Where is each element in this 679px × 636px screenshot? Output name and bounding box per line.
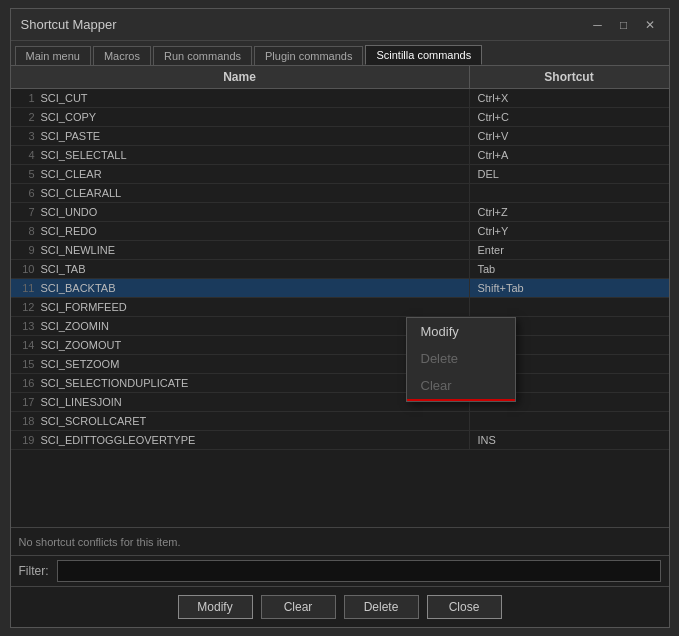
- table-row[interactable]: 3SCI_PASTECtrl+V: [11, 127, 669, 146]
- table-row[interactable]: 4SCI_SELECTALLCtrl+A: [11, 146, 669, 165]
- shortcut-cell: Ctrl+V: [469, 127, 669, 145]
- table-row[interactable]: 18SCI_SCROLLCARET: [11, 412, 669, 431]
- tab-macros[interactable]: Macros: [93, 46, 151, 65]
- tab-run-commands[interactable]: Run commands: [153, 46, 252, 65]
- shortcut-cell: [469, 298, 669, 316]
- row-number: 5: [17, 168, 35, 180]
- name-cell: 8SCI_REDO: [11, 222, 469, 240]
- name-cell: 2SCI_COPY: [11, 108, 469, 126]
- name-cell: 9SCI_NEWLINE: [11, 241, 469, 259]
- filter-input[interactable]: [57, 560, 661, 582]
- row-number: 9: [17, 244, 35, 256]
- row-number: 12: [17, 301, 35, 313]
- command-name: SCI_CLEARALL: [41, 187, 122, 199]
- shortcut-cell: Enter: [469, 241, 669, 259]
- context-item-modify[interactable]: Modify: [407, 318, 515, 345]
- shortcut-mapper-window: Shortcut Mapper ─ □ ✕ Main menu Macros R…: [10, 8, 670, 628]
- status-bar: No shortcut conflicts for this item.: [11, 527, 669, 555]
- window-title: Shortcut Mapper: [21, 17, 589, 32]
- command-name: SCI_CUT: [41, 92, 88, 104]
- name-cell: 15SCI_SETZOOM: [11, 355, 469, 373]
- tab-plugin-commands[interactable]: Plugin commands: [254, 46, 363, 65]
- command-name: SCI_SELECTIONDUPLICATE: [41, 377, 189, 389]
- tab-scintilla-commands[interactable]: Scintilla commands: [365, 45, 482, 65]
- table-row[interactable]: 12SCI_FORMFEED: [11, 298, 669, 317]
- close-window-button[interactable]: ✕: [641, 16, 659, 34]
- table-row[interactable]: 14SCI_ZOOMOUTCtrl+-: [11, 336, 669, 355]
- shortcut-cell: Ctrl+Z: [469, 203, 669, 221]
- row-number: 15: [17, 358, 35, 370]
- shortcut-cell: Shift+Tab: [469, 279, 669, 297]
- table-row[interactable]: 9SCI_NEWLINEEnter: [11, 241, 669, 260]
- tab-main-menu[interactable]: Main menu: [15, 46, 91, 65]
- table-row[interactable]: 13SCI_ZOOMINCtrl+: [11, 317, 669, 336]
- context-menu: Modify Delete Clear: [406, 317, 516, 402]
- row-number: 6: [17, 187, 35, 199]
- name-cell: 17SCI_LINESJOIN: [11, 393, 469, 411]
- table-row[interactable]: 10SCI_TABTab: [11, 260, 669, 279]
- command-name: SCI_SCROLLCARET: [41, 415, 147, 427]
- name-cell: 16SCI_SELECTIONDUPLICATE: [11, 374, 469, 392]
- shortcut-cell: Ctrl+Y: [469, 222, 669, 240]
- shortcut-cell: [469, 412, 669, 430]
- table-row[interactable]: 1SCI_CUTCtrl+X: [11, 89, 669, 108]
- row-number: 18: [17, 415, 35, 427]
- command-name: SCI_NEWLINE: [41, 244, 116, 256]
- table-body[interactable]: 1SCI_CUTCtrl+X2SCI_COPYCtrl+C3SCI_PASTEC…: [11, 89, 669, 527]
- command-name: SCI_CLEAR: [41, 168, 102, 180]
- column-header-name: Name: [11, 66, 469, 88]
- column-header-shortcut: Shortcut: [469, 66, 669, 88]
- name-cell: 19SCI_EDITTOGGLEOVERTYPE: [11, 431, 469, 449]
- row-number: 17: [17, 396, 35, 408]
- name-cell: 18SCI_SCROLLCARET: [11, 412, 469, 430]
- name-cell: 11SCI_BACKTAB: [11, 279, 469, 297]
- context-item-clear[interactable]: Clear: [407, 372, 515, 401]
- name-cell: 14SCI_ZOOMOUT: [11, 336, 469, 354]
- table-row[interactable]: 7SCI_UNDOCtrl+Z: [11, 203, 669, 222]
- table-row[interactable]: 15SCI_SETZOOM: [11, 355, 669, 374]
- table-row[interactable]: 8SCI_REDOCtrl+Y: [11, 222, 669, 241]
- command-name: SCI_ZOOMOUT: [41, 339, 122, 351]
- table-row[interactable]: 19SCI_EDITTOGGLEOVERTYPEINS: [11, 431, 669, 450]
- command-name: SCI_SETZOOM: [41, 358, 120, 370]
- shortcut-table-container: Name Shortcut 1SCI_CUTCtrl+X2SCI_COPYCtr…: [11, 66, 669, 527]
- row-number: 2: [17, 111, 35, 123]
- table-row[interactable]: 2SCI_COPYCtrl+C: [11, 108, 669, 127]
- table-row[interactable]: 17SCI_LINESJOIN: [11, 393, 669, 412]
- name-cell: 6SCI_CLEARALL: [11, 184, 469, 202]
- close-button[interactable]: Close: [427, 595, 502, 619]
- table-row[interactable]: 5SCI_CLEARDEL: [11, 165, 669, 184]
- row-number: 3: [17, 130, 35, 142]
- modify-button[interactable]: Modify: [178, 595, 253, 619]
- table-row[interactable]: 16SCI_SELECTIONDUPLICATECtrl+D: [11, 374, 669, 393]
- row-number: 13: [17, 320, 35, 332]
- name-cell: 4SCI_SELECTALL: [11, 146, 469, 164]
- status-text: No shortcut conflicts for this item.: [19, 536, 181, 548]
- name-cell: 7SCI_UNDO: [11, 203, 469, 221]
- row-number: 16: [17, 377, 35, 389]
- table-header: Name Shortcut: [11, 66, 669, 89]
- delete-button[interactable]: Delete: [344, 595, 419, 619]
- name-cell: 13SCI_ZOOMIN: [11, 317, 469, 335]
- table-row[interactable]: 6SCI_CLEARALL: [11, 184, 669, 203]
- command-name: SCI_LINESJOIN: [41, 396, 122, 408]
- minimize-button[interactable]: ─: [589, 16, 607, 34]
- command-name: SCI_EDITTOGGLEOVERTYPE: [41, 434, 196, 446]
- command-name: SCI_UNDO: [41, 206, 98, 218]
- filter-label: Filter:: [19, 564, 49, 578]
- row-number: 1: [17, 92, 35, 104]
- name-cell: 5SCI_CLEAR: [11, 165, 469, 183]
- command-name: SCI_FORMFEED: [41, 301, 127, 313]
- context-item-delete[interactable]: Delete: [407, 345, 515, 372]
- command-name: SCI_PASTE: [41, 130, 101, 142]
- row-number: 14: [17, 339, 35, 351]
- shortcut-cell: Ctrl+X: [469, 89, 669, 107]
- shortcut-cell: Ctrl+A: [469, 146, 669, 164]
- clear-button[interactable]: Clear: [261, 595, 336, 619]
- shortcut-cell: Tab: [469, 260, 669, 278]
- title-bar: Shortcut Mapper ─ □ ✕: [11, 9, 669, 41]
- command-name: SCI_TAB: [41, 263, 86, 275]
- maximize-button[interactable]: □: [615, 16, 633, 34]
- row-number: 11: [17, 282, 35, 294]
- table-row[interactable]: 11SCI_BACKTABShift+Tab: [11, 279, 669, 298]
